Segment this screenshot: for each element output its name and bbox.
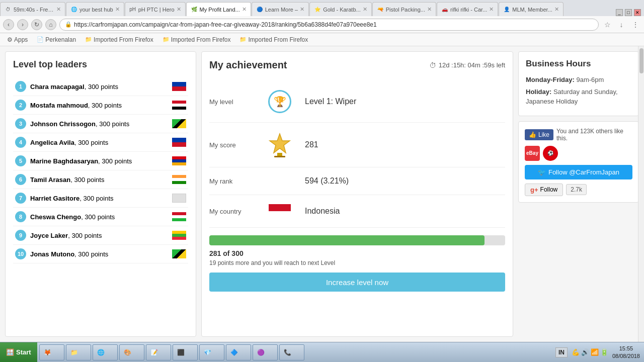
close-btn[interactable]: ✕ [634,9,641,16]
google-follow-btn[interactable]: g+ Follow [525,184,563,196]
taskbar-item-5[interactable]: ⬛ [173,344,198,360]
country-label: My country [209,208,255,215]
taskbar-item-7[interactable]: 🔷 [226,344,251,360]
facebook-like-btn[interactable]: 👍 Like [525,129,553,140]
page-scrollbar[interactable] [638,46,644,342]
leader-rank: 4 [15,137,26,148]
leader-item: 9 Joyce Laker, 300 points [13,226,188,245]
browser-tab-6[interactable]: ⭐Gold - Karatb...✕ [309,2,372,16]
taskbar-item-9[interactable]: 📞 [279,344,304,360]
maximize-btn[interactable]: □ [625,9,632,16]
start-label: Start [16,348,31,356]
tab-favicon: 🌿 [191,6,198,13]
home-btn[interactable]: ⌂ [45,19,56,30]
leader-points: 300 points [78,139,108,146]
leader-name: Joyce Laker, 300 points [30,232,102,239]
browser-tab-3[interactable]: pHpH PTC | Hero✕ [125,2,186,16]
taskbar-item-8[interactable]: 🟣 [253,344,278,360]
leader-flag [172,212,186,221]
reload-btn[interactable]: ↻ [31,19,42,30]
taskbar-item-4[interactable]: 📝 [146,344,171,360]
taskbar-item-6[interactable]: 💎 [199,344,224,360]
tab-close-btn[interactable]: ✕ [56,6,61,13]
apps-bookmark[interactable]: ⚙ Apps [3,35,32,44]
bookmark-icon: 📁 [239,36,247,43]
tab-label: Gold - Karatb... [323,7,361,13]
tab-close-btn[interactable]: ✕ [363,6,367,13]
bh-holiday-row: Holiday: Saturday and Sunday, Japanese H… [526,87,631,107]
tab-close-btn[interactable]: ✕ [115,6,120,13]
leader-item: 2 Mostafa mahmoud, 300 points [13,96,188,115]
tab-close-btn[interactable]: ✕ [177,6,181,13]
achievement-row-level: My level 🏆 Level 1: Wiper [209,81,505,123]
taskbar-item-icon: 📁 [70,348,78,356]
tray-icon-1: 💪 [572,348,580,356]
browser-tab-1[interactable]: ⏱59m:40s - Free...✕ [0,2,65,16]
scroll-thumb[interactable] [639,48,643,73]
increase-level-btn[interactable]: Increase level now [209,273,505,292]
bookmark-star-btn[interactable]: ☆ [602,19,613,30]
system-tray: 💪 🔊 📶 🔋 [572,348,608,356]
leader-flag [172,82,186,91]
tab-close-btn[interactable]: ✕ [427,6,432,13]
taskbar-item-0[interactable]: 🦊 [39,344,64,360]
taskbar-item-2[interactable]: 🌐 [93,344,118,360]
taskbar-item-3[interactable]: 🎨 [119,344,144,360]
window-controls: _ □ ✕ [616,9,644,16]
taskbar-item-icon: 🌐 [97,348,105,356]
leader-item: 4 Angelica Avila, 300 points [13,133,188,152]
tab-label: your best hub [79,7,113,13]
browser-tab-2[interactable]: 🌐your best hub✕ [66,2,124,16]
leader-name: Tamil Arasan, 300 points [30,176,104,184]
back-btn[interactable]: ‹ [3,19,14,30]
progress-bar-bg [209,235,505,245]
tab-label: Learn More – [265,7,298,13]
tab-favicon: ⏱ [5,6,12,13]
progress-bar-fill [209,235,485,245]
leader-rank: 8 [15,211,26,222]
minimize-btn[interactable]: _ [616,9,623,16]
twitter-bird-icon: 🐦 [538,168,546,176]
tab-favicon: 🌐 [70,6,77,13]
tab-favicon: 🚗 [441,6,448,13]
browser-tab-9[interactable]: 👤MLM, Member...✕ [499,2,563,16]
leader-name: Marine Baghdasaryan, 300 points [30,157,132,165]
browser-tab-8[interactable]: 🚗rifki rifki - Car...✕ [437,2,498,16]
url-bar[interactable]: 🔒 https://carfromjapan.com/campaign/car-… [59,19,599,31]
forward-btn[interactable]: › [17,19,28,30]
bookmark-icon: 📄 [37,36,44,43]
taskbar-item-icon: 📝 [150,348,158,356]
leader-item: 1 Chara macapagal, 300 points [13,77,188,96]
browser-tab-5[interactable]: 🔵Learn More –✕ [252,2,309,16]
leader-points: 300 points [92,102,122,109]
thumbs-up-icon: 👍 [529,131,536,138]
score-icon [265,132,295,158]
taskbar-item-1[interactable]: 📁 [66,344,91,360]
more-btn[interactable]: ⋮ [630,19,641,30]
start-button[interactable]: 🪟 Start [0,342,37,363]
bookmark-item-1[interactable]: 📁Imported From Firefox [81,35,157,44]
tab-label: MLM, Member... [512,7,552,13]
bookmark-item-0[interactable]: 📄Perkenalan [33,35,80,44]
extension-btn[interactable]: ↓ [616,19,627,30]
leader-points: 300 points [102,157,132,165]
tab-close-btn[interactable]: ✕ [554,6,559,13]
browser-tab-4[interactable]: 🌿My Profit Land...✕ [186,2,251,16]
twitter-follow-btn[interactable]: 🐦 Follow @CarFromJapan [525,165,632,179]
level-value: Level 1: Wiper [305,97,356,106]
bookmark-item-3[interactable]: 📁Imported From Firefox [235,35,312,44]
browser-tab-7[interactable]: 🔫Pistol Packing...✕ [372,2,436,16]
tab-close-btn[interactable]: ✕ [300,6,304,13]
leaders-panel: Level top leaders 1 Chara macapagal, 300… [5,51,196,337]
leader-name: Angelica Avila, 300 points [30,139,108,146]
tab-favicon: 🔫 [377,6,384,13]
progress-text: 281 of 300 [209,249,505,257]
progress-hint: 19 points more and you will reach to nex… [209,259,505,266]
tab-close-btn[interactable]: ✕ [242,6,247,13]
bookmark-item-2[interactable]: 📁Imported From Firefox [158,35,235,44]
leader-rank: 1 [15,81,26,92]
leader-points: 300 points [85,213,115,221]
tab-close-btn[interactable]: ✕ [489,6,494,13]
leader-name: Cheswa Chengo, 300 points [30,213,115,221]
google-follow-label: Follow [540,186,558,193]
